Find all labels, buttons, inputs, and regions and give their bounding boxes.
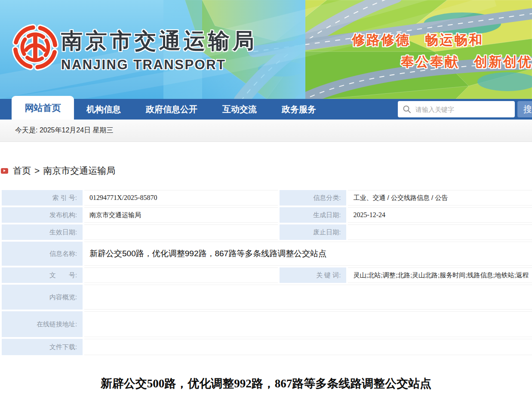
- table-row: 生效日期: 废止日期:: [2, 224, 532, 240]
- article-title: 新辟公交500路，优化调整992路，867路等多条线路调整公交站点: [0, 376, 532, 391]
- field-label-index-no: 索 引 号:: [2, 190, 83, 206]
- search-input[interactable]: [415, 106, 501, 113]
- table-row: 在线链接地址:: [2, 311, 532, 337]
- field-value-info-name: 新辟公交500路，优化调整992路，867路等多条线路调整公交站点: [84, 242, 532, 266]
- search-icon: [403, 105, 411, 114]
- org-name-en: NANJING TRANSPORT: [61, 57, 257, 73]
- field-value-file-download: [84, 339, 532, 355]
- field-label-keywords: 关 键 词:: [280, 267, 347, 283]
- org-name-cn: 南京市交通运输局: [61, 27, 257, 55]
- field-label-file-download: 文件下载:: [2, 339, 83, 355]
- search-button[interactable]: 搜: [517, 101, 532, 117]
- main-navigation: 网站首页 机构信息 政府信息公开 互动交流 政务服务 搜: [0, 99, 532, 120]
- breadcrumb-separator: >: [34, 166, 40, 175]
- field-label-doc-no: 文 号:: [2, 267, 83, 283]
- header-banner: 南京市交通运输局 NANJING TRANSPORT 修路修德 畅运畅和 奉公奉…: [0, 0, 532, 99]
- table-row: 信息名称: 新辟公交500路，优化调整992路，867路等多条线路调整公交站点: [2, 242, 532, 266]
- nav-item-interaction[interactable]: 互动交流: [222, 104, 257, 115]
- banner-slogan-line1: 修路修德 畅运畅和: [352, 31, 483, 49]
- document-metadata-table: 索 引 号: 01294771X/2025-85870 信息分类: 工业、交通 …: [0, 188, 532, 357]
- field-value-online-link: [84, 311, 532, 337]
- field-value-effective-date: [84, 224, 278, 240]
- table-row: 文 号: 关 键 词: 灵山;北站;调整;北路;灵山北路;服务时间;线路信息;地…: [2, 267, 532, 283]
- search-box: [398, 101, 515, 117]
- page: 南京市交通运输局 NANJING TRANSPORT 修路修德 畅运畅和 奉公奉…: [0, 0, 532, 399]
- field-value-repeal-date: [348, 224, 532, 240]
- date-bar: 今天是: 2025年12月24日 星期三: [0, 120, 532, 142]
- field-value-index-no: 01294771X/2025-85870: [84, 190, 278, 206]
- org-names: 南京市交通运输局 NANJING TRANSPORT: [61, 27, 257, 73]
- table-row: 发布机构: 南京市交通运输局 生成日期: 2025-12-24: [2, 207, 532, 223]
- field-label-info-category: 信息分类:: [280, 190, 347, 206]
- table-row: 文件下载:: [2, 339, 532, 355]
- breadcrumb: 首页>南京市交通运输局: [0, 164, 532, 177]
- table-row: 内容概览:: [2, 285, 532, 310]
- field-label-info-name: 信息名称:: [2, 242, 83, 266]
- nav-item-gov-services[interactable]: 政务服务: [282, 104, 316, 115]
- field-value-publisher: 南京市交通运输局: [84, 207, 278, 223]
- field-label-repeal-date: 废止日期:: [280, 224, 347, 240]
- today-date-text: 今天是: 2025年12月24日 星期三: [15, 126, 114, 135]
- field-label-online-link: 在线链接地址:: [2, 311, 83, 337]
- field-label-publisher: 发布机构:: [2, 207, 83, 223]
- field-value-gen-date: 2025-12-24: [348, 207, 532, 223]
- nav-item-home[interactable]: 网站首页: [12, 96, 74, 120]
- breadcrumb-home-link[interactable]: 首页: [13, 166, 31, 175]
- nav-item-gov-info-disclosure[interactable]: 政府信息公开: [146, 104, 197, 115]
- nanjing-transport-logo-icon[interactable]: [12, 24, 58, 71]
- field-value-keywords: 灵山;北站;调整;北路;灵山北路;服务时间;线路信息;地铁站;返程: [348, 267, 532, 283]
- breadcrumb-current: 南京市交通运输局: [43, 166, 115, 175]
- breadcrumb-marker-icon: [1, 168, 8, 174]
- banner-slogan-line2: 奉公奉献 创新创优: [401, 53, 532, 71]
- table-row: 索 引 号: 01294771X/2025-85870 信息分类: 工业、交通 …: [2, 190, 532, 206]
- field-value-info-category: 工业、交通 / 公交线路信息 / 公告: [348, 190, 532, 206]
- field-label-summary: 内容概览:: [2, 285, 83, 310]
- field-label-effective-date: 生效日期:: [2, 224, 83, 240]
- field-value-summary: [84, 285, 532, 310]
- field-label-gen-date: 生成日期:: [280, 207, 347, 223]
- field-value-doc-no: [84, 267, 278, 283]
- nav-item-org-info[interactable]: 机构信息: [86, 104, 121, 115]
